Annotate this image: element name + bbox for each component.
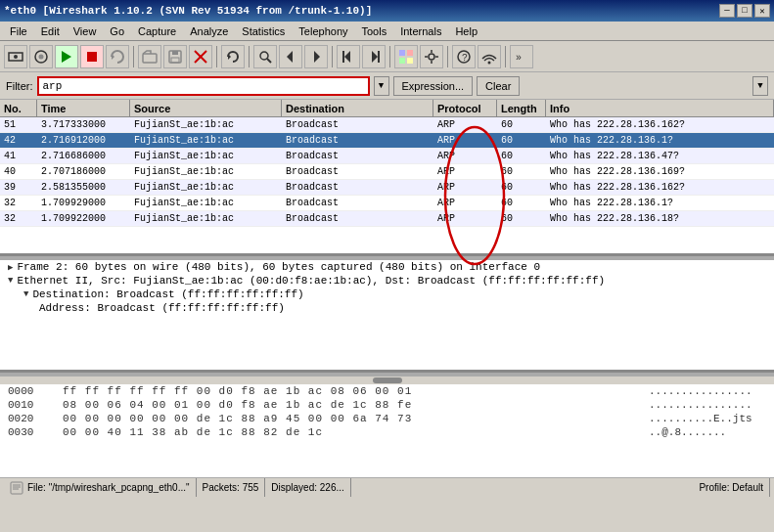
menu-tools[interactable]: Tools: [356, 23, 393, 39]
scroll-handle[interactable]: [373, 377, 402, 383]
filter-input[interactable]: [37, 76, 370, 96]
col-time-header: Time: [37, 100, 130, 116]
hex-bytes: 08 00 06 04 00 01 00 d0 f8 ae 1b ac de 1…: [63, 399, 633, 411]
start-capture-button[interactable]: [55, 45, 78, 68]
cell-len: 60: [497, 166, 546, 177]
cell-info: Who has 222.28.136.162?: [546, 119, 774, 130]
wireless-button[interactable]: [478, 45, 501, 68]
cell-info: Who has 222.28.136.18?: [546, 213, 774, 224]
frame-expand-icon: ▶: [8, 262, 13, 273]
hex-offset: 0030: [8, 426, 47, 438]
menu-statistics[interactable]: Statistics: [236, 23, 291, 39]
toolbar: ? »: [0, 41, 774, 72]
col-source-header: Source: [130, 100, 282, 116]
cell-time: 2.716686000: [37, 151, 130, 161]
col-info-header: Info: [546, 100, 774, 116]
find-button[interactable]: [253, 45, 277, 68]
list-item: 0020 00 00 00 00 00 00 de 1c 88 a9 45 00…: [0, 412, 774, 425]
colorize-button[interactable]: [394, 45, 418, 68]
svg-point-26: [429, 54, 434, 60]
cell-time: 3.717333000: [37, 119, 130, 130]
frame-detail-row[interactable]: ▶ Frame 2: 60 bytes on wire (480 bits), …: [0, 260, 774, 274]
destination-detail-text: Destination: Broadcast (ff:ff:ff:ff:ff:f…: [32, 288, 303, 300]
interface-button[interactable]: [4, 45, 27, 68]
horizontal-scrollbar[interactable]: [0, 377, 774, 384]
menu-help[interactable]: Help: [449, 23, 483, 39]
svg-rect-7: [143, 54, 157, 63]
hex-ascii: ................: [649, 399, 766, 411]
cell-no: 39: [0, 182, 37, 193]
svg-marker-4: [62, 51, 71, 63]
status-displayed-text: Displayed: 226...: [271, 482, 344, 493]
table-row[interactable]: 32 1.709929000 FujianSt_ae:1b:ac Broadca…: [0, 196, 774, 211]
filter-extra-button[interactable]: ▼: [752, 76, 768, 96]
menu-internals[interactable]: Internals: [394, 23, 447, 39]
destination-detail-row[interactable]: ▼ Destination: Broadcast (ff:ff:ff:ff:ff…: [0, 288, 774, 301]
table-row[interactable]: 39 2.581355000 FujianSt_ae:1b:ac Broadca…: [0, 180, 774, 196]
go-first-button[interactable]: [337, 45, 360, 68]
open-button[interactable]: [138, 45, 161, 68]
address-detail-text: Address: Broadcast (ff:ff:ff:ff:ff:ff): [39, 302, 285, 314]
cell-no: 40: [0, 166, 37, 177]
menu-capture[interactable]: Capture: [132, 23, 182, 39]
filter-dropdown-button[interactable]: ▼: [374, 76, 389, 96]
svg-rect-5: [87, 52, 97, 62]
cell-no: 41: [0, 151, 37, 161]
cell-proto: ARP: [433, 135, 497, 146]
maximize-button[interactable]: □: [737, 4, 752, 18]
cell-info: Who has 222.28.136.162?: [546, 182, 774, 193]
save-button[interactable]: [163, 45, 187, 68]
hex-offset: 0020: [8, 413, 47, 424]
svg-rect-25: [407, 58, 413, 64]
cell-info: Who has 222.28.136.1?: [546, 198, 774, 208]
table-row[interactable]: 32 1.709922000 FujianSt_ae:1b:ac Broadca…: [0, 211, 774, 227]
cell-len: 60: [497, 135, 546, 146]
file-icon: [10, 481, 23, 495]
preferences-button[interactable]: [420, 45, 443, 68]
cell-proto: ARP: [433, 166, 497, 177]
menu-analyze[interactable]: Analyze: [184, 23, 234, 39]
cell-dest: Broadcast: [282, 151, 433, 161]
list-item: 0000 ff ff ff ff ff ff 00 d0 f8 ae 1b ac…: [0, 384, 774, 398]
back-button[interactable]: [279, 45, 302, 68]
address-detail-row: Address: Broadcast (ff:ff:ff:ff:ff:ff): [0, 301, 774, 315]
svg-rect-22: [399, 50, 405, 56]
hex-bytes: ff ff ff ff ff ff 00 d0 f8 ae 1b ac 08 0…: [63, 385, 633, 397]
menu-telephony[interactable]: Telephony: [293, 23, 353, 39]
svg-marker-17: [314, 51, 320, 63]
hex-offset: 0000: [8, 385, 47, 397]
menu-file[interactable]: File: [4, 23, 33, 39]
table-row[interactable]: 40 2.707186000 FujianSt_ae:1b:ac Broadca…: [0, 164, 774, 180]
help-toolbar-button[interactable]: ?: [452, 45, 476, 68]
menu-view[interactable]: View: [68, 23, 103, 39]
close-capture-button[interactable]: [189, 45, 212, 68]
extra-toolbar-button[interactable]: »: [510, 45, 533, 68]
cell-dest: Broadcast: [282, 135, 433, 146]
col-len-header: Length: [497, 100, 546, 116]
status-profile: Profile: Default: [693, 478, 770, 497]
reload-button[interactable]: [221, 45, 245, 68]
clear-button[interactable]: Clear: [477, 76, 520, 96]
stop-capture-button[interactable]: [80, 45, 104, 68]
go-last-button[interactable]: [362, 45, 386, 68]
svg-point-1: [14, 55, 18, 59]
capture-options-button[interactable]: [29, 45, 53, 68]
cell-time: 2.581355000: [37, 182, 130, 193]
cell-proto: ARP: [433, 119, 497, 130]
cell-no: 32: [0, 213, 37, 224]
separator-1: [133, 46, 134, 67]
restart-capture-button[interactable]: [106, 45, 129, 68]
table-row[interactable]: 42 2.716912000 FujianSt_ae:1b:ac Broadca…: [0, 133, 774, 149]
svg-marker-16: [287, 51, 293, 63]
menu-edit[interactable]: Edit: [35, 23, 66, 39]
expression-button[interactable]: Expression...: [393, 76, 474, 96]
packet-list[interactable]: No. Time Source Destination Protocol Len…: [0, 100, 774, 256]
ethernet-detail-row[interactable]: ▼ Ethernet II, Src: FujianSt_ae:1b:ac (0…: [0, 274, 774, 288]
forward-button[interactable]: [304, 45, 328, 68]
table-row[interactable]: 51 3.717333000 FujianSt_ae:1b:ac Broadca…: [0, 117, 774, 133]
table-row[interactable]: 41 2.716686000 FujianSt_ae:1b:ac Broadca…: [0, 149, 774, 164]
minimize-button[interactable]: —: [719, 4, 735, 18]
close-button[interactable]: ✕: [754, 4, 770, 18]
menu-go[interactable]: Go: [104, 23, 130, 39]
cell-dest: Broadcast: [282, 182, 433, 193]
